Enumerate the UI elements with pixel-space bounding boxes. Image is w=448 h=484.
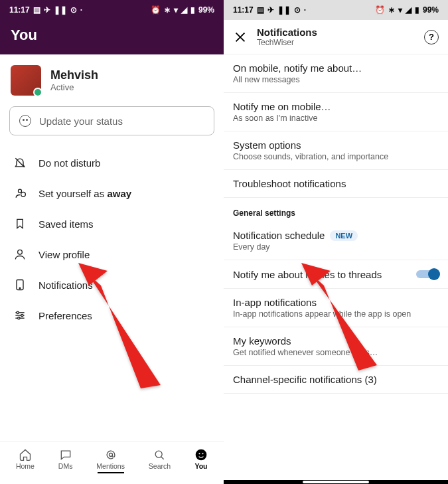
tab-label: You (194, 462, 208, 470)
menu-do-not-disturb[interactable]: Do not disturb (0, 147, 224, 178)
alarm-icon: ⏰ (151, 5, 161, 15)
menu-label: Preferences (38, 310, 92, 321)
setting-keywords[interactable]: My keywords Get notified whenever someon… (224, 327, 448, 366)
setting-title: Troubleshoot notifications (233, 178, 439, 189)
menu-label: Do not disturb (38, 157, 100, 169)
menu-label: Notifications (38, 280, 93, 291)
menu-notifications[interactable]: Notifications (0, 270, 224, 300)
avatar (11, 65, 41, 96)
svg-point-12 (109, 453, 112, 457)
setting-troubleshoot[interactable]: Troubleshoot notifications (224, 170, 448, 198)
setting-title: In-app notifications (233, 297, 439, 308)
tab-label: Search (149, 462, 171, 470)
menu-view-profile[interactable]: View profile (0, 239, 224, 270)
toggle-switch[interactable] (416, 268, 439, 280)
svg-point-15 (196, 449, 207, 461)
menu-set-away[interactable]: Set yourself as away (0, 178, 224, 208)
setting-thread-replies[interactable]: Notify me about replies to threads (224, 260, 448, 289)
svg-point-2 (21, 192, 26, 197)
dot-icon: · (80, 5, 82, 15)
setting-title: On mobile, notify me about… (233, 62, 439, 74)
profile-name: Mehvish (50, 68, 98, 82)
status-bar-right: 11:17 ▤ ✈ ❚❚ ⊙ · ⏰ ∗ ▾ ◢ ▮ 99% (224, 0, 448, 20)
you-icon (194, 448, 208, 461)
page-title: You (0, 20, 224, 54)
setting-title: My keywords (233, 335, 439, 347)
menu-list: Do not disturb Set yourself as away Save… (0, 142, 224, 336)
tab-home[interactable]: Home (16, 447, 35, 473)
tab-label: Mentions (96, 462, 125, 470)
home-icon (19, 448, 32, 461)
menu-label: Saved items (38, 218, 94, 230)
battery-percent: 99% (423, 5, 439, 15)
notifications-header: Notifications TechWiser ? (224, 20, 448, 54)
bottom-tabs: Home DMs Mentions Search You (0, 442, 224, 480)
signal-icon: ◢ (406, 5, 411, 15)
you-screen: 11:17 ▤ ✈ ❚❚ ⊙ · ⏰ ∗ ▾ ◢ ▮ 99% You Mehvi… (0, 0, 224, 484)
status-bar-left: 11:17 ▤ ✈ ❚❚ ⊙ · ⏰ ∗ ▾ ◢ ▮ 99% (0, 0, 224, 20)
menu-saved-items[interactable]: Saved items (0, 208, 224, 239)
at-icon (104, 448, 117, 461)
menu-label: View profile (38, 249, 90, 260)
telegram-icon: ✈ (44, 5, 50, 15)
smile-icon (19, 115, 31, 127)
setting-inapp[interactable]: In-app notifications In-app notification… (224, 289, 448, 327)
status-input[interactable]: Update your status (9, 106, 214, 135)
bell-off-icon (13, 156, 27, 169)
profile-row[interactable]: Mehvish Active (0, 54, 224, 106)
setting-sub: As soon as I'm inactive (233, 114, 439, 123)
notifications-screen: 11:17 ▤ ✈ ❚❚ ⊙ · ⏰ ∗ ▾ ◢ ▮ 99% Notificat… (224, 0, 448, 484)
battery-percent: 99% (198, 5, 214, 15)
search-icon (153, 448, 166, 461)
profile-status: Active (50, 82, 98, 92)
setting-channel-specific[interactable]: Channel-specific notifications (3) (224, 366, 448, 394)
setting-title: Notify me on mobile… (233, 101, 439, 112)
chat-icon: ▤ (33, 5, 40, 15)
svg-point-5 (19, 287, 21, 289)
tab-dms[interactable]: DMs (58, 447, 73, 473)
chat-icon: ▤ (257, 5, 264, 15)
status-placeholder: Update your status (39, 116, 123, 127)
setting-title: Notify me about replies to threads (233, 269, 382, 280)
tab-label: Home (16, 462, 35, 470)
svg-point-9 (17, 311, 19, 313)
telegram-icon: ✈ (267, 5, 274, 15)
play-circle-icon: ⊙ (70, 5, 77, 15)
close-button[interactable] (233, 30, 248, 44)
play-circle-icon: ⊙ (294, 5, 301, 15)
setting-title: System options (233, 139, 439, 151)
tab-label: DMs (58, 462, 73, 470)
status-time: 11:17 (233, 5, 254, 15)
menu-preferences[interactable]: Preferences (0, 300, 224, 331)
person-circle-icon (13, 187, 27, 200)
svg-point-10 (21, 314, 23, 316)
signal-icon: ◢ (181, 5, 187, 15)
battery-icon: ▮ (415, 5, 419, 15)
pause-icon: ❚❚ (54, 5, 67, 15)
setting-title: Channel-specific notifications (3) (233, 374, 439, 385)
setting-sub: Choose sounds, vibration, and importance (233, 152, 439, 161)
wifi-icon: ▾ (174, 5, 178, 15)
tab-mentions[interactable]: Mentions (96, 447, 125, 473)
bluetooth-icon: ∗ (388, 5, 395, 15)
setting-mobile-notify[interactable]: On mobile, notify me about… All new mess… (224, 54, 448, 93)
setting-system-options[interactable]: System options Choose sounds, vibration,… (224, 131, 448, 170)
setting-notify-mobile[interactable]: Notify me on mobile… As soon as I'm inac… (224, 93, 448, 131)
setting-schedule[interactable]: Notification schedule NEW Every day (224, 222, 448, 260)
help-button[interactable]: ? (424, 30, 439, 44)
alarm-icon: ⏰ (375, 5, 385, 15)
dot-icon: · (304, 5, 306, 15)
setting-sub: Every day (233, 242, 439, 252)
header-title: Notifications (257, 27, 415, 38)
menu-label: Set yourself as away (38, 188, 131, 199)
tab-you[interactable]: You (194, 447, 208, 473)
svg-point-13 (156, 451, 163, 457)
tab-search[interactable]: Search (149, 447, 171, 473)
person-icon (13, 248, 27, 261)
setting-sub: Get notified whenever someone says… (233, 348, 439, 357)
svg-point-11 (18, 317, 20, 319)
setting-sub: All new messages (233, 75, 439, 84)
chat-icon (59, 448, 72, 461)
svg-point-1 (19, 189, 22, 193)
pause-icon: ❚❚ (277, 5, 291, 15)
